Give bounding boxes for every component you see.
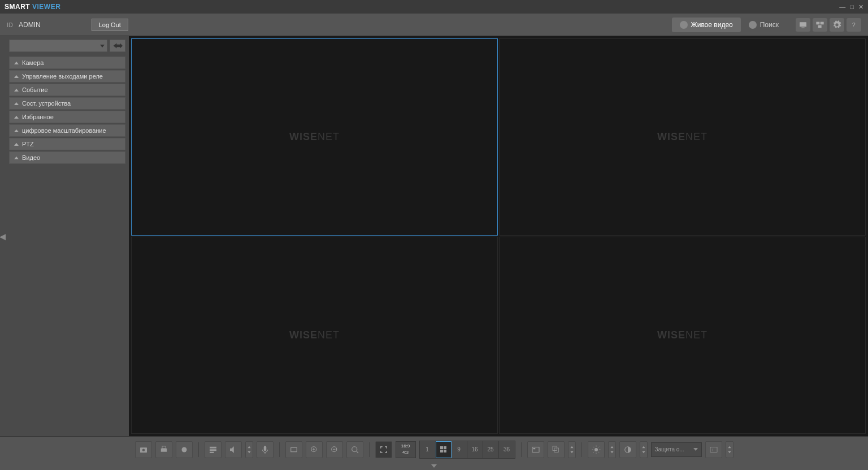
- layout-4[interactable]: [436, 441, 452, 458]
- user-name: ADMIN: [19, 21, 41, 29]
- svg-text:i: i: [712, 447, 713, 452]
- sidebar-item-relay[interactable]: Управление выходами реле: [9, 70, 125, 82]
- layer-stepper[interactable]: [568, 441, 576, 458]
- svg-rect-20: [532, 447, 539, 452]
- monitor-icon[interactable]: [796, 18, 810, 32]
- brightness-stepper[interactable]: [608, 441, 616, 458]
- audio-button[interactable]: [225, 441, 242, 458]
- sidebar-collapse[interactable]: ◀: [0, 36, 6, 436]
- svg-rect-13: [210, 451, 214, 452]
- watermark: WISENET: [657, 329, 708, 341]
- svg-rect-15: [264, 452, 266, 453]
- titlebar: SMART VIEWER — □ ✕: [0, 0, 868, 14]
- logout-button[interactable]: Log Out: [92, 19, 128, 31]
- video-tile-4[interactable]: WISENET: [499, 237, 866, 434]
- sidebar-item-camera[interactable]: Камера: [9, 56, 125, 69]
- sidebar-item-event[interactable]: Событие: [9, 84, 125, 96]
- layers-button[interactable]: [548, 441, 565, 458]
- mic-button[interactable]: [257, 441, 274, 458]
- svg-rect-3: [821, 21, 824, 24]
- svg-rect-4: [818, 25, 822, 28]
- zoom-out-button[interactable]: [326, 441, 343, 458]
- close-button[interactable]: ✕: [858, 3, 863, 11]
- auto-connect-button[interactable]: [110, 40, 125, 52]
- svg-rect-8: [160, 448, 167, 451]
- svg-rect-14: [263, 446, 266, 451]
- contrast-stepper[interactable]: [640, 441, 648, 458]
- bottom-toolbar: 16:94:3 1 9 16 25 36 Защита о... i: [0, 436, 868, 462]
- svg-rect-0: [800, 22, 806, 27]
- app-logo: SMART VIEWER: [5, 3, 60, 11]
- screens-icon[interactable]: [813, 18, 827, 32]
- video-tile-2[interactable]: WISENET: [499, 38, 866, 236]
- record-button[interactable]: [176, 441, 193, 458]
- print-button[interactable]: [155, 441, 172, 458]
- svg-rect-26: [710, 447, 717, 452]
- layout-buttons: 1 9 16 25 36: [419, 441, 515, 459]
- sidebar-item-video[interactable]: Видео: [9, 151, 125, 164]
- sidebar: Камера Управление выходами реле Событие …: [6, 36, 129, 436]
- mode-search[interactable]: Поиск: [741, 18, 787, 32]
- live-icon: [680, 21, 688, 29]
- svg-rect-16: [290, 447, 297, 452]
- privacy-protection-select[interactable]: Защита о...: [651, 442, 702, 457]
- zoom-in-button[interactable]: [306, 441, 323, 458]
- svg-rect-21: [533, 448, 535, 449]
- minimize-button[interactable]: —: [839, 3, 845, 11]
- device-select[interactable]: [9, 40, 107, 52]
- svg-point-24: [594, 448, 598, 451]
- help-icon[interactable]: ?: [847, 18, 861, 32]
- info-button[interactable]: i: [705, 441, 722, 458]
- chevron-down-icon: [693, 448, 698, 451]
- layout-25[interactable]: 25: [483, 441, 499, 458]
- layout-9[interactable]: 9: [452, 441, 467, 458]
- sidebar-item-ptz[interactable]: PTZ: [9, 138, 125, 150]
- layout-1[interactable]: 1: [420, 441, 436, 458]
- svg-text:?: ?: [852, 21, 856, 28]
- video-tile-3[interactable]: WISENET: [131, 237, 498, 434]
- svg-rect-11: [210, 446, 216, 448]
- svg-point-10: [181, 447, 186, 452]
- svg-rect-2: [816, 21, 819, 24]
- window-controls: — □ ✕: [839, 3, 863, 11]
- search-icon: [749, 21, 757, 29]
- fullscreen-button[interactable]: [375, 441, 392, 458]
- zoom-reset-button[interactable]: [346, 441, 363, 458]
- video-tile-1[interactable]: WISENET: [131, 38, 498, 236]
- aspect-ratio-toggle[interactable]: 16:94:3: [396, 441, 416, 458]
- header: ID ADMIN Log Out Живое видео Поиск ?: [0, 14, 868, 36]
- svg-rect-9: [162, 446, 166, 449]
- contrast-button[interactable]: [619, 441, 636, 458]
- layout-16[interactable]: 16: [467, 441, 483, 458]
- watermark: WISENET: [289, 131, 340, 143]
- svg-rect-22: [553, 446, 557, 451]
- sidebar-item-device-status[interactable]: Сост. устройства: [9, 97, 125, 110]
- sidebar-item-digital-zoom[interactable]: цифровое масштабирование: [9, 124, 125, 137]
- svg-rect-23: [554, 448, 559, 452]
- svg-rect-12: [210, 449, 216, 451]
- mode-live[interactable]: Живое видео: [672, 18, 741, 32]
- layout-36[interactable]: 36: [499, 441, 515, 458]
- watermark: WISENET: [657, 131, 708, 143]
- audio-stepper[interactable]: [245, 441, 253, 458]
- snapshot-button[interactable]: [135, 441, 152, 458]
- id-label: ID: [7, 21, 13, 28]
- settings-icon[interactable]: [830, 18, 844, 32]
- osd-button[interactable]: [527, 441, 544, 458]
- brightness-button[interactable]: [588, 441, 605, 458]
- sequence-button[interactable]: [205, 441, 222, 458]
- svg-point-7: [142, 449, 145, 451]
- bottombar-expand[interactable]: [0, 462, 868, 470]
- fit-button[interactable]: [285, 441, 302, 458]
- chevron-down-icon: [100, 45, 105, 47]
- svg-rect-1: [801, 27, 804, 28]
- info-stepper[interactable]: [726, 441, 734, 458]
- video-area: WISENET WISENET WISENET WISENET: [129, 36, 868, 436]
- maximize-button[interactable]: □: [850, 3, 854, 11]
- watermark: WISENET: [289, 329, 340, 341]
- sidebar-item-favorites[interactable]: Избранное: [9, 111, 125, 123]
- svg-point-19: [351, 446, 357, 451]
